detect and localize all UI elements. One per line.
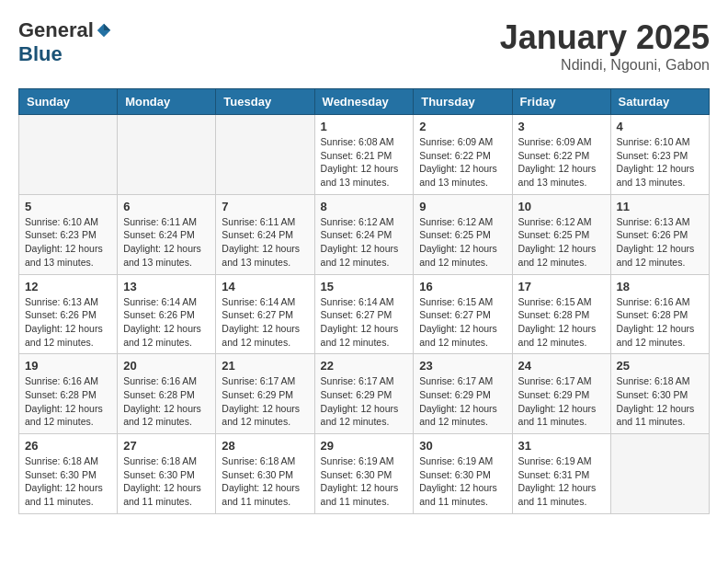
day-number: 5 bbox=[25, 200, 111, 213]
day-info: Sunrise: 6:10 AMSunset: 6:23 PMDaylight:… bbox=[617, 135, 703, 190]
calendar-cell bbox=[610, 434, 709, 514]
location-text: Ndindi, Ngouni, Gabon bbox=[500, 57, 710, 74]
day-info: Sunrise: 6:18 AMSunset: 6:30 PMDaylight:… bbox=[617, 374, 703, 429]
weekday-header-wednesday: Wednesday bbox=[314, 89, 414, 115]
day-number: 17 bbox=[518, 280, 605, 293]
calendar-cell: 21Sunrise: 6:17 AMSunset: 6:29 PMDayligh… bbox=[216, 354, 314, 434]
day-number: 12 bbox=[25, 280, 111, 293]
day-info: Sunrise: 6:11 AMSunset: 6:24 PMDaylight:… bbox=[222, 215, 308, 270]
calendar-cell: 6Sunrise: 6:11 AMSunset: 6:24 PMDaylight… bbox=[118, 194, 216, 274]
page-header: General Blue January 2025 Ndindi, Ngouni… bbox=[18, 18, 710, 74]
day-number: 27 bbox=[123, 439, 210, 453]
day-number: 30 bbox=[419, 439, 506, 453]
day-number: 14 bbox=[222, 280, 308, 293]
day-number: 26 bbox=[25, 439, 111, 453]
day-info: Sunrise: 6:18 AMSunset: 6:30 PMDaylight:… bbox=[25, 454, 111, 509]
day-number: 21 bbox=[222, 359, 308, 373]
day-number: 31 bbox=[518, 439, 605, 453]
weekday-header-friday: Friday bbox=[512, 89, 610, 115]
day-info: Sunrise: 6:17 AMSunset: 6:29 PMDaylight:… bbox=[321, 374, 408, 429]
day-info: Sunrise: 6:19 AMSunset: 6:30 PMDaylight:… bbox=[419, 454, 506, 509]
day-number: 16 bbox=[419, 280, 506, 293]
day-info: Sunrise: 6:13 AMSunset: 6:26 PMDaylight:… bbox=[617, 215, 703, 270]
day-info: Sunrise: 6:19 AMSunset: 6:30 PMDaylight:… bbox=[321, 454, 408, 509]
calendar-cell: 25Sunrise: 6:18 AMSunset: 6:30 PMDayligh… bbox=[610, 354, 709, 434]
calendar-week-row: 1Sunrise: 6:08 AMSunset: 6:21 PMDaylight… bbox=[19, 115, 710, 195]
calendar-cell: 12Sunrise: 6:13 AMSunset: 6:26 PMDayligh… bbox=[19, 274, 118, 354]
day-info: Sunrise: 6:12 AMSunset: 6:24 PMDaylight:… bbox=[321, 215, 408, 270]
calendar-week-row: 26Sunrise: 6:18 AMSunset: 6:30 PMDayligh… bbox=[19, 434, 710, 514]
day-number: 20 bbox=[123, 359, 210, 373]
calendar-week-row: 5Sunrise: 6:10 AMSunset: 6:23 PMDaylight… bbox=[19, 194, 710, 274]
calendar-cell: 7Sunrise: 6:11 AMSunset: 6:24 PMDaylight… bbox=[216, 194, 314, 274]
calendar-cell bbox=[118, 115, 216, 195]
day-info: Sunrise: 6:09 AMSunset: 6:22 PMDaylight:… bbox=[419, 135, 506, 190]
calendar-cell: 19Sunrise: 6:16 AMSunset: 6:28 PMDayligh… bbox=[19, 354, 118, 434]
calendar-cell: 1Sunrise: 6:08 AMSunset: 6:21 PMDaylight… bbox=[314, 115, 414, 195]
calendar-cell bbox=[19, 115, 118, 195]
day-info: Sunrise: 6:17 AMSunset: 6:29 PMDaylight:… bbox=[518, 374, 605, 429]
day-number: 28 bbox=[222, 439, 308, 453]
calendar-cell: 3Sunrise: 6:09 AMSunset: 6:22 PMDaylight… bbox=[512, 115, 610, 195]
day-number: 10 bbox=[518, 200, 605, 213]
svg-marker-1 bbox=[104, 24, 110, 30]
calendar-cell: 5Sunrise: 6:10 AMSunset: 6:23 PMDaylight… bbox=[19, 194, 118, 274]
calendar-cell: 26Sunrise: 6:18 AMSunset: 6:30 PMDayligh… bbox=[19, 434, 118, 514]
day-info: Sunrise: 6:16 AMSunset: 6:28 PMDaylight:… bbox=[25, 374, 111, 429]
day-number: 3 bbox=[518, 120, 605, 133]
calendar-cell: 27Sunrise: 6:18 AMSunset: 6:30 PMDayligh… bbox=[118, 434, 216, 514]
month-title: January 2025 bbox=[500, 18, 710, 57]
weekday-header-tuesday: Tuesday bbox=[216, 89, 314, 115]
day-number: 24 bbox=[518, 359, 605, 373]
day-number: 18 bbox=[617, 280, 703, 293]
day-number: 8 bbox=[321, 200, 408, 213]
calendar-cell: 18Sunrise: 6:16 AMSunset: 6:28 PMDayligh… bbox=[610, 274, 709, 354]
logo: General Blue bbox=[18, 18, 112, 66]
calendar-cell: 28Sunrise: 6:18 AMSunset: 6:30 PMDayligh… bbox=[216, 434, 314, 514]
day-info: Sunrise: 6:12 AMSunset: 6:25 PMDaylight:… bbox=[419, 215, 506, 270]
weekday-header-thursday: Thursday bbox=[414, 89, 512, 115]
day-info: Sunrise: 6:15 AMSunset: 6:28 PMDaylight:… bbox=[518, 295, 605, 350]
calendar-cell: 14Sunrise: 6:14 AMSunset: 6:27 PMDayligh… bbox=[216, 274, 314, 354]
calendar-week-row: 19Sunrise: 6:16 AMSunset: 6:28 PMDayligh… bbox=[19, 354, 710, 434]
calendar-cell: 17Sunrise: 6:15 AMSunset: 6:28 PMDayligh… bbox=[512, 274, 610, 354]
day-number: 2 bbox=[419, 120, 506, 133]
day-number: 7 bbox=[222, 200, 308, 213]
calendar-cell: 4Sunrise: 6:10 AMSunset: 6:23 PMDaylight… bbox=[610, 115, 709, 195]
calendar-cell: 29Sunrise: 6:19 AMSunset: 6:30 PMDayligh… bbox=[314, 434, 414, 514]
day-info: Sunrise: 6:17 AMSunset: 6:29 PMDaylight:… bbox=[419, 374, 506, 429]
day-number: 6 bbox=[123, 200, 210, 213]
day-info: Sunrise: 6:19 AMSunset: 6:31 PMDaylight:… bbox=[518, 454, 605, 509]
calendar-week-row: 12Sunrise: 6:13 AMSunset: 6:26 PMDayligh… bbox=[19, 274, 710, 354]
logo-icon bbox=[96, 22, 112, 39]
calendar-cell: 30Sunrise: 6:19 AMSunset: 6:30 PMDayligh… bbox=[414, 434, 512, 514]
weekday-header-saturday: Saturday bbox=[610, 89, 709, 115]
calendar-cell: 13Sunrise: 6:14 AMSunset: 6:26 PMDayligh… bbox=[118, 274, 216, 354]
title-block: January 2025 Ndindi, Ngouni, Gabon bbox=[500, 18, 710, 74]
calendar-cell: 8Sunrise: 6:12 AMSunset: 6:24 PMDaylight… bbox=[314, 194, 414, 274]
calendar-cell: 20Sunrise: 6:16 AMSunset: 6:28 PMDayligh… bbox=[118, 354, 216, 434]
day-number: 11 bbox=[617, 200, 703, 213]
day-info: Sunrise: 6:13 AMSunset: 6:26 PMDaylight:… bbox=[25, 295, 111, 350]
calendar-cell: 9Sunrise: 6:12 AMSunset: 6:25 PMDaylight… bbox=[414, 194, 512, 274]
weekday-header-row: SundayMondayTuesdayWednesdayThursdayFrid… bbox=[19, 89, 710, 115]
day-number: 15 bbox=[321, 280, 408, 293]
calendar-cell: 24Sunrise: 6:17 AMSunset: 6:29 PMDayligh… bbox=[512, 354, 610, 434]
calendar-cell bbox=[216, 115, 314, 195]
day-number: 4 bbox=[617, 120, 703, 133]
day-number: 22 bbox=[321, 359, 408, 373]
logo-general-text: General bbox=[18, 18, 94, 42]
day-info: Sunrise: 6:14 AMSunset: 6:26 PMDaylight:… bbox=[123, 295, 210, 350]
weekday-header-monday: Monday bbox=[118, 89, 216, 115]
day-info: Sunrise: 6:17 AMSunset: 6:29 PMDaylight:… bbox=[222, 374, 308, 429]
day-info: Sunrise: 6:16 AMSunset: 6:28 PMDaylight:… bbox=[617, 295, 703, 350]
day-info: Sunrise: 6:16 AMSunset: 6:28 PMDaylight:… bbox=[123, 374, 210, 429]
day-info: Sunrise: 6:15 AMSunset: 6:27 PMDaylight:… bbox=[419, 295, 506, 350]
day-info: Sunrise: 6:14 AMSunset: 6:27 PMDaylight:… bbox=[321, 295, 408, 350]
day-number: 19 bbox=[25, 359, 111, 373]
calendar-cell: 22Sunrise: 6:17 AMSunset: 6:29 PMDayligh… bbox=[314, 354, 414, 434]
day-number: 29 bbox=[321, 439, 408, 453]
calendar-table: SundayMondayTuesdayWednesdayThursdayFrid… bbox=[18, 88, 710, 514]
day-info: Sunrise: 6:11 AMSunset: 6:24 PMDaylight:… bbox=[123, 215, 210, 270]
day-info: Sunrise: 6:10 AMSunset: 6:23 PMDaylight:… bbox=[25, 215, 111, 270]
